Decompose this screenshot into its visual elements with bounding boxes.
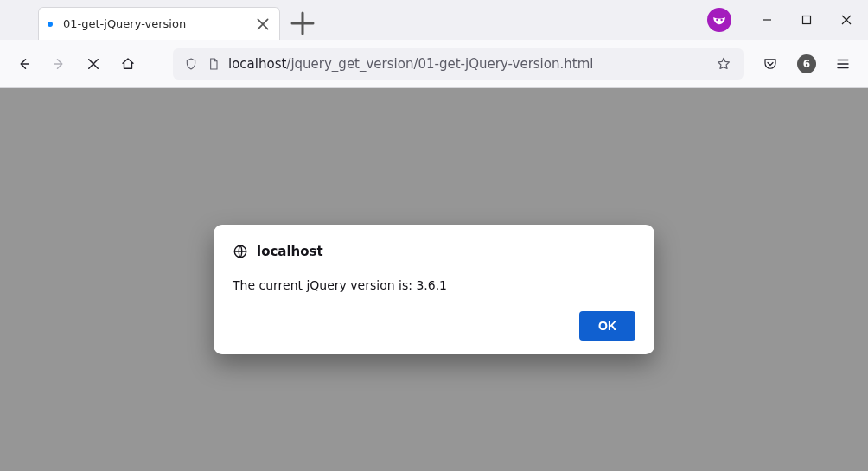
svg-point-1 [720,19,722,21]
site-identity-button[interactable] [202,57,225,71]
stop-icon [86,56,101,72]
address-bar[interactable]: localhost/jquery_get_version/01-get-jQue… [173,48,744,80]
dialog-header: localhost [233,244,635,259]
new-tab-button[interactable] [289,10,316,37]
window-close-button[interactable] [827,0,866,40]
mask-icon [712,12,727,28]
dialog-actions: OK [233,311,635,341]
nav-toolbar: localhost/jquery_get_version/01-get-jQue… [0,40,868,88]
app-menu-button[interactable] [827,48,859,80]
stop-button[interactable] [78,48,109,80]
ok-button[interactable]: OK [579,311,635,341]
page-icon [207,57,220,71]
page-content: localhost The current jQuery version is:… [0,88,868,471]
hamburger-icon [835,56,851,72]
url-host: localhost [228,56,286,72]
arrow-left-icon [16,56,32,72]
title-bar: 01-get-jQuery-version [0,0,868,40]
globe-icon [233,244,248,259]
url-text[interactable]: localhost/jquery_get_version/01-get-jQue… [225,56,711,72]
back-button[interactable] [9,48,40,80]
minimize-icon [762,15,772,25]
alert-dialog: localhost The current jQuery version is:… [214,225,654,354]
browser-tab[interactable]: 01-get-jQuery-version [38,7,280,40]
count-badge: 6 [797,54,816,73]
pocket-icon [763,56,778,72]
tracking-protection-button[interactable] [180,57,202,71]
svg-rect-2 [803,16,811,24]
profile-button[interactable] [707,8,731,32]
minimize-button[interactable] [747,0,787,40]
maximize-icon [801,15,812,25]
home-icon [120,56,136,72]
close-icon [255,16,271,32]
dialog-origin: localhost [257,244,323,259]
notification-count-button[interactable]: 6 [790,48,823,80]
window-controls [707,0,868,40]
bookmark-button[interactable] [711,56,737,72]
star-icon [716,56,731,72]
tab-close-button[interactable] [255,16,271,32]
plus-icon [289,10,316,37]
close-icon [841,15,852,25]
pocket-button[interactable] [754,48,787,80]
loading-indicator-icon [48,22,53,27]
dialog-message: The current jQuery version is: 3.6.1 [233,278,635,292]
forward-button[interactable] [43,48,74,80]
arrow-right-icon [51,56,67,72]
svg-point-0 [716,19,718,21]
tab-title: 01-get-jQuery-version [63,17,245,30]
shield-icon [184,57,198,71]
url-path: /jquery_get_version/01-get-jQuery-versio… [286,56,593,72]
home-button[interactable] [112,48,144,80]
maximize-button[interactable] [787,0,827,40]
